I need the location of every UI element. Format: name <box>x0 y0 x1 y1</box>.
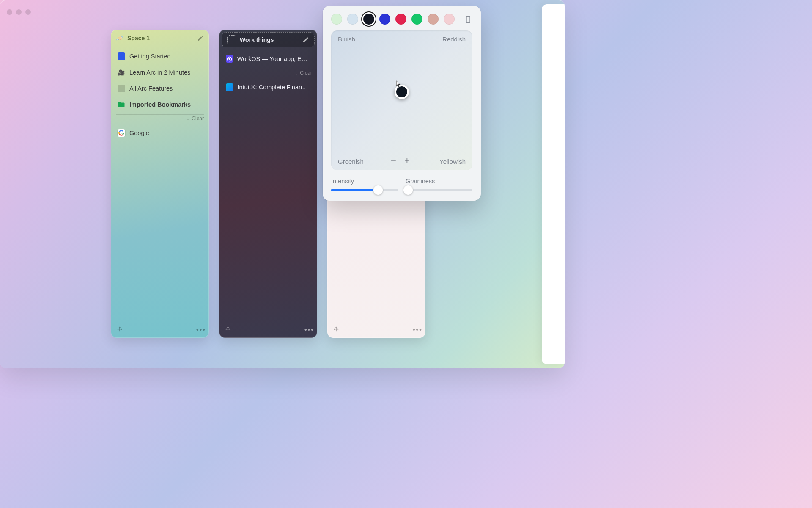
pencil-icon[interactable] <box>197 35 204 41</box>
color-swatch[interactable] <box>331 14 342 25</box>
intensity-label: Intensity <box>331 178 398 185</box>
pad-label-greenish: Greenish <box>338 158 364 165</box>
pad-label-reddish: Reddish <box>442 36 466 43</box>
clear-tabs-button[interactable]: ↓ Clear <box>224 69 312 76</box>
window-traffic-lights <box>7 9 31 15</box>
space-title: Work things <box>240 36 299 43</box>
traffic-light-minimize[interactable] <box>16 9 22 15</box>
space-header[interactable]: Work things <box>222 32 315 47</box>
color-swatch[interactable] <box>363 14 374 25</box>
sidebar-item[interactable]: Intuit®: Complete Financi… <box>223 80 313 94</box>
space-icon-placeholder[interactable] <box>227 35 236 44</box>
graininess-label: Graininess <box>406 178 472 185</box>
color-swatch[interactable] <box>395 14 406 25</box>
clear-label: Clear <box>300 70 312 76</box>
space-card-2: Work things ⦿ WorkOS — Your app, Ente… ↓… <box>219 30 317 338</box>
favicon-workos-icon: ⦿ <box>226 55 233 63</box>
color-swatch[interactable] <box>411 14 422 25</box>
more-options-icon[interactable]: ••• <box>196 326 204 334</box>
more-options-icon[interactable]: ••• <box>413 326 420 334</box>
clear-tabs-button[interactable]: ↓ Clear <box>116 114 204 121</box>
favicon-intuit-icon <box>226 83 233 91</box>
sidebar-item-label: Getting Started <box>129 53 171 60</box>
sidebar-item-label: Learn Arc in 2 Minutes <box>129 69 190 76</box>
space-card-footer: ••• <box>332 326 420 334</box>
cursor-arrow-icon <box>395 80 402 88</box>
color-swatch[interactable] <box>428 14 439 25</box>
favicon-grey-square-icon <box>118 85 125 92</box>
sidebar-item[interactable]: Imported Bookmarks <box>115 97 205 112</box>
sidebar-item[interactable]: Getting Started <box>115 49 205 64</box>
space-header[interactable]: 🪐 Space 1 <box>111 30 209 47</box>
color-picker-pad[interactable]: Bluish Reddish Greenish Yellowish − + <box>331 30 472 170</box>
sidebar-item[interactable]: ⦿ WorkOS — Your app, Ente… <box>223 52 313 66</box>
space-card-1: 🪐 Space 1 Getting Started 🎥 Learn Arc in… <box>111 30 209 338</box>
zoom-in-button[interactable]: + <box>404 155 410 166</box>
browser-window: ✕ 🪐 Space 1 Getting Started 🎥 Learn Arc … <box>0 0 565 368</box>
move-handle-icon[interactable] <box>116 326 123 334</box>
favicon-camera-icon: 🎥 <box>118 69 125 76</box>
space-icon: 🪐 <box>116 34 124 42</box>
favicon-blue-square-icon <box>118 52 125 60</box>
more-options-icon[interactable]: ••• <box>304 326 312 334</box>
pencil-icon[interactable] <box>302 36 309 43</box>
color-swatch[interactable] <box>379 14 390 25</box>
space-items: ⦿ WorkOS — Your app, Ente… <box>219 49 317 66</box>
clear-label: Clear <box>192 116 204 121</box>
docked-side-card <box>542 4 565 364</box>
slider-row: Intensity Graininess <box>331 178 472 191</box>
space-title: Space 1 <box>127 35 194 41</box>
move-handle-icon[interactable] <box>332 326 340 334</box>
folder-icon <box>118 101 125 108</box>
trash-icon[interactable] <box>464 15 472 23</box>
sidebar-item-label: Intuit®: Complete Financi… <box>238 84 311 91</box>
sidebar-item[interactable]: 🎥 Learn Arc in 2 Minutes <box>115 65 205 80</box>
download-arrow-icon: ↓ <box>187 116 189 121</box>
pad-label-bluish: Bluish <box>338 36 355 43</box>
download-arrow-icon: ↓ <box>295 70 297 76</box>
graininess-slider[interactable]: Graininess <box>406 178 472 191</box>
space-card-footer: ••• <box>116 326 204 334</box>
slider-thumb[interactable] <box>403 185 413 195</box>
sidebar-item-label: WorkOS — Your app, Ente… <box>237 55 310 62</box>
theme-color-panel: Bluish Reddish Greenish Yellowish − + In… <box>323 6 481 201</box>
color-swatch[interactable] <box>444 14 455 25</box>
space-items: Getting Started 🎥 Learn Arc in 2 Minutes… <box>111 47 209 112</box>
slider-fill <box>331 189 378 191</box>
space-open-tabs: Google <box>111 123 209 140</box>
color-swatch-row <box>331 14 472 25</box>
space-open-tabs: Intuit®: Complete Financi… <box>219 77 317 94</box>
sidebar-item[interactable]: Google <box>115 126 205 140</box>
color-swatch[interactable] <box>347 14 358 25</box>
favicon-google-icon <box>118 129 125 137</box>
slider-track[interactable] <box>331 189 398 191</box>
sidebar-item[interactable]: All Arc Features <box>115 81 205 96</box>
slider-track[interactable] <box>406 189 472 191</box>
sidebar-item-label: Imported Bookmarks <box>129 101 191 108</box>
space-card-footer: ••• <box>224 326 312 334</box>
slider-thumb[interactable] <box>373 185 383 195</box>
zoom-out-button[interactable]: − <box>391 155 396 166</box>
pad-label-yellowish: Yellowish <box>439 158 466 165</box>
traffic-light-zoom[interactable] <box>25 9 31 15</box>
traffic-light-close[interactable] <box>7 9 12 15</box>
intensity-slider[interactable]: Intensity <box>331 178 398 191</box>
sidebar-item-label: All Arc Features <box>129 85 173 92</box>
sidebar-item-label: Google <box>129 130 149 136</box>
move-handle-icon[interactable] <box>224 326 232 334</box>
